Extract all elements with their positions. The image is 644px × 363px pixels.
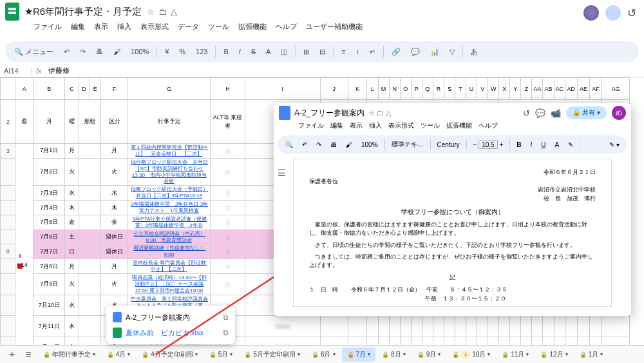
sheets-logo[interactable] <box>5 3 19 21</box>
search-menus[interactable]: 🔍 メニュー <box>12 46 56 58</box>
sheet-tab[interactable]: 🔒110月 ▾ <box>447 348 495 362</box>
sheet-tab[interactable]: 🔒9月 ▾ <box>412 348 446 362</box>
move-icon[interactable]: 🗀 <box>158 7 167 17</box>
user-avatar[interactable]: め <box>612 106 626 120</box>
print-icon[interactable]: 🖶 <box>328 140 339 150</box>
menu-view[interactable]: 表示 <box>94 22 108 32</box>
menu-data[interactable]: データ <box>178 22 199 32</box>
undo-icon[interactable]: ↶ <box>61 46 72 57</box>
formula-input[interactable]: 伊藤修 <box>46 66 70 75</box>
sheet-tab[interactable]: 🔒12月 ▾ <box>535 348 573 362</box>
name-box[interactable]: AI14 <box>0 67 32 75</box>
comments-icon[interactable]: 💬 <box>535 108 545 118</box>
sheet-tab[interactable]: 🔒11月 ▾ <box>497 348 534 362</box>
menu-format[interactable]: 表示形式 <box>140 22 169 32</box>
menu-accessibility[interactable]: ユーザー補助機能 <box>306 22 363 32</box>
menu-file[interactable]: ファイル <box>298 121 324 130</box>
sheet-tab[interactable]: 🔒1月 ▾ <box>574 348 609 362</box>
text-color-button[interactable]: A <box>263 46 273 57</box>
document-title[interactable]: ★R6年間行事予定・月予定 <box>24 6 142 18</box>
comment-button[interactable] <box>605 5 621 21</box>
copy-icon[interactable]: ⧉ <box>223 328 229 337</box>
menu-edit[interactable]: 編集 <box>71 22 85 32</box>
underline-button[interactable]: U <box>538 140 548 150</box>
sheet-tab[interactable]: 🔒4月 ▾ <box>102 348 136 362</box>
header-events: 行事予定 <box>128 100 211 144</box>
link-preview-item[interactable]: 夏休み前 ピカピカ.xlsx ⧉ <box>110 325 231 340</box>
paint-icon[interactable]: 🖌 <box>343 140 355 150</box>
history-icon[interactable]: ↺ <box>627 6 636 20</box>
document-page[interactable]: 令和６年６月２１日 保護者各位 岩沼市立岩沼北中学校 校 長 加茂 博行 学校フ… <box>293 159 612 307</box>
docs-title[interactable]: A-2_フリー参観案内 <box>294 108 365 119</box>
star-icon[interactable]: ☆ <box>147 7 155 17</box>
percent-button[interactable]: % <box>176 46 188 57</box>
sheet-tab[interactable]: 🔒6月 ▾ <box>307 348 341 362</box>
style-select[interactable]: 標準テキ… <box>389 139 426 150</box>
bold-button[interactable]: B <box>514 140 524 150</box>
format-number[interactable]: 123 <box>193 46 210 57</box>
borders-button[interactable]: ⊞ <box>301 46 312 57</box>
zoom-select[interactable]: 100% <box>359 140 381 150</box>
outline-icon[interactable]: ☰ <box>278 168 286 178</box>
menu-view[interactable]: 表示 <box>350 121 363 130</box>
add-sheet-button[interactable]: + <box>5 349 19 360</box>
collaborator-avatar[interactable] <box>583 5 599 21</box>
cloud-icon[interactable]: △ <box>171 7 177 17</box>
sheet-tab[interactable]: 🔒5月予定印刷用 ▾ <box>239 348 305 362</box>
lock-icon: 🔒 <box>43 351 50 358</box>
align-button[interactable]: ≡ <box>339 46 348 57</box>
chart-icon[interactable]: 📊 <box>428 46 442 57</box>
menu-help[interactable]: ヘルプ <box>276 22 297 32</box>
docs-logo[interactable] <box>279 106 290 120</box>
menu-extensions[interactable]: 拡張機能 <box>238 22 267 32</box>
italic-button[interactable]: I <box>236 46 243 57</box>
undo-icon[interactable]: ↶ <box>299 140 310 150</box>
font-size[interactable]: − 10.5 + <box>471 140 506 150</box>
header-alt: ALT等 来校者 <box>211 100 245 144</box>
sheet-tab[interactable]: 🔒年間行事予定 ▾ <box>38 348 100 362</box>
zoom-select[interactable]: 100% <box>128 46 151 57</box>
strike-button[interactable]: S̶ <box>249 46 258 57</box>
print-icon[interactable]: 🖶 <box>93 46 106 57</box>
bold-button[interactable]: B <box>221 46 231 57</box>
paint-format-icon[interactable]: 🖌 <box>111 46 123 57</box>
highlight-button[interactable]: ✎ <box>565 140 576 150</box>
menu-extensions[interactable]: 拡張機能 <box>446 121 472 130</box>
currency-button[interactable]: ¥ <box>162 46 171 57</box>
search-icon[interactable]: 🔍 <box>283 140 296 150</box>
italic-button[interactable]: I <box>528 140 535 150</box>
link-button[interactable]: 🔗 <box>389 46 403 57</box>
share-button[interactable]: 🔒 共有 ▾ <box>566 106 607 119</box>
menu-tools[interactable]: ツール <box>421 121 440 130</box>
link-preview-item[interactable]: A-2_フリー参観案内 ⧉ <box>110 309 231 325</box>
sheet-tab[interactable]: 🔒7月 ▾ <box>342 348 376 362</box>
input-bold[interactable]: あ <box>468 46 480 58</box>
menu-insert[interactable]: 挿入 <box>117 22 131 32</box>
comment-icon[interactable]: 💬 <box>408 46 422 57</box>
meet-icon[interactable]: 📹 <box>551 108 561 118</box>
menu-insert[interactable]: 挿入 <box>369 121 382 130</box>
menu-format[interactable]: 表示形式 <box>388 121 414 130</box>
sheet-tab[interactable]: 🔒8月 ▾ <box>377 348 411 362</box>
sheet-tab[interactable]: 🔒4月予定印刷用 ▾ <box>137 348 203 362</box>
menu-file[interactable]: ファイル <box>33 22 62 32</box>
text-color[interactable]: A <box>553 140 562 150</box>
menu-help[interactable]: ヘルプ <box>478 121 498 130</box>
table-row[interactable]: 7月11日木木実践AI研究会（生徒対応）※（経済時）市教研研下（B・EdvPat… <box>1 316 630 337</box>
wrap-button[interactable]: ↵ <box>367 46 378 57</box>
copy-icon[interactable]: ⧉ <box>223 313 229 322</box>
lock-icon: 🔒 <box>580 351 587 358</box>
valign-button[interactable]: ↕ <box>354 46 363 57</box>
menu-tools[interactable]: ツール <box>208 22 229 32</box>
sheet-tab[interactable]: 🔒5月 ▾ <box>204 348 238 362</box>
redo-icon[interactable]: ↷ <box>77 46 88 57</box>
menu-edit[interactable]: 編集 <box>330 121 343 130</box>
edit-mode[interactable]: ✎ ▾ <box>607 140 622 150</box>
font-select[interactable]: Century <box>435 140 462 150</box>
filter-icon[interactable]: ▽ <box>447 46 457 57</box>
fill-color-button[interactable]: ◫ <box>278 46 290 57</box>
merge-button[interactable]: ⊟ <box>317 46 328 57</box>
history-icon[interactable]: ↺ <box>523 108 530 118</box>
redo-icon[interactable]: ↷ <box>314 140 324 150</box>
all-sheets-button[interactable]: ≡ <box>21 349 35 360</box>
